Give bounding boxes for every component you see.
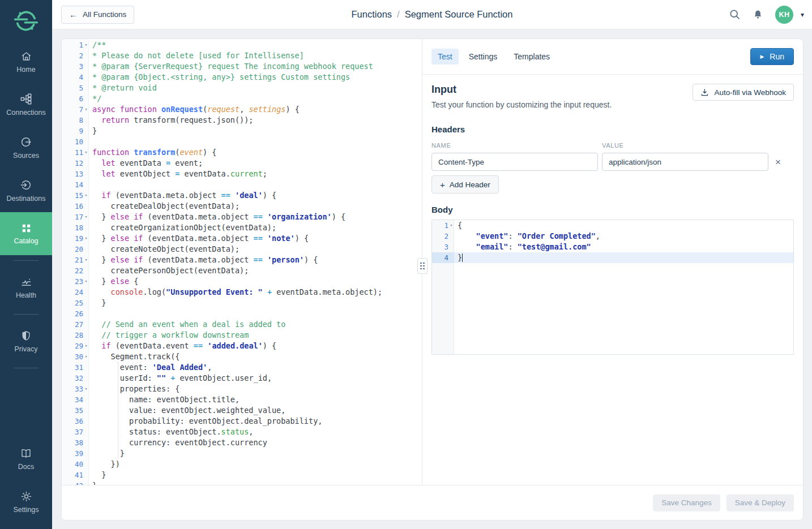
header-name-input[interactable] xyxy=(431,153,598,171)
sidebar-item-label: Docs xyxy=(18,463,34,471)
pane-resize-handle[interactable] xyxy=(417,258,428,274)
input-section-title: Input xyxy=(431,84,612,96)
fold-caret-icon[interactable]: ▾ xyxy=(83,384,89,394)
fold-caret-icon[interactable]: ▾ xyxy=(83,104,89,115)
line-number: 15▾ xyxy=(62,190,89,201)
line-number: 6 xyxy=(62,93,89,104)
code-line: 9} xyxy=(62,126,422,136)
code-text: * @param {Object.<string, any>} settings… xyxy=(89,72,422,83)
line-number: 3 xyxy=(62,61,89,72)
fold-caret-icon[interactable]: ▾ xyxy=(83,276,89,287)
bell-icon[interactable] xyxy=(753,9,763,20)
code-text: * @return void xyxy=(89,83,422,93)
line-number: 9 xyxy=(62,126,89,136)
tab-settings[interactable]: Settings xyxy=(463,49,504,64)
code-text: console.log("Unsupported Event: " + even… xyxy=(89,287,422,298)
tab-test[interactable]: Test xyxy=(431,49,459,64)
code-editor[interactable]: 1▾/**2* Please do not delete [used for I… xyxy=(62,39,422,485)
line-number: 31 xyxy=(62,362,89,373)
home-icon xyxy=(20,50,32,62)
back-label: All Functions xyxy=(83,10,126,19)
code-line: 26 xyxy=(62,308,422,319)
headers-section-title: Headers xyxy=(431,124,794,134)
sidebar-item-label: Sources xyxy=(13,152,39,160)
code-line: 4* @param {Object.<string, any>} setting… xyxy=(62,72,422,83)
code-line: 40 }) xyxy=(62,459,422,470)
save-deploy-button[interactable]: Save & Deploy xyxy=(726,494,794,511)
add-header-button[interactable]: + Add Header xyxy=(431,175,499,193)
code-line: 29▾ if (eventData.event == 'added.deal')… xyxy=(62,341,422,351)
fold-caret-icon[interactable]: ▾ xyxy=(83,351,89,362)
fold-caret-icon[interactable]: ▾ xyxy=(83,40,89,50)
remove-header-icon[interactable]: × xyxy=(775,157,781,167)
input-section-subtitle: Test your function by customizing the in… xyxy=(431,100,612,109)
line-number: 4 xyxy=(62,72,89,83)
test-tab-content: Input Test your function by customizing … xyxy=(422,75,803,485)
line-number: 27 xyxy=(62,319,89,330)
all-functions-button[interactable]: ← All Functions xyxy=(61,6,134,24)
line-number: 1▾ xyxy=(62,40,89,50)
code-line: 3 "email": "test@gmail.com" xyxy=(432,242,793,252)
top-bar-actions: KH ▾ xyxy=(729,6,804,24)
caret-down-icon[interactable]: ▾ xyxy=(801,11,804,19)
sidebar-item-label: Destinations xyxy=(7,195,46,203)
avatar[interactable]: KH xyxy=(775,6,793,24)
code-text: userId: "" + eventObject.user_id, xyxy=(89,373,422,384)
line-number: 20 xyxy=(62,244,89,255)
fold-caret-icon[interactable]: ▾ xyxy=(83,341,89,351)
sidebar-item-settings[interactable]: Settings xyxy=(0,480,52,523)
fold-caret-icon[interactable]: ▾ xyxy=(83,233,89,244)
breadcrumb-parent[interactable]: Functions xyxy=(352,9,392,20)
sidebar-item-home[interactable]: Home xyxy=(0,40,52,83)
destinations-icon xyxy=(20,179,32,191)
line-number: 18 xyxy=(62,222,89,233)
code-line: 32 userId: "" + eventObject.user_id, xyxy=(62,373,422,384)
sidebar-item-catalog[interactable]: Catalog xyxy=(0,212,52,255)
code-line: 35 value: eventObject.weighted_value, xyxy=(62,405,422,416)
body-editor[interactable]: 1▾{2 "event": "Order Completed",3 "email… xyxy=(431,220,794,355)
segment-logo-icon[interactable] xyxy=(0,0,52,40)
sidebar-spacer xyxy=(0,373,52,437)
sidebar-item-privacy[interactable]: Privacy xyxy=(0,320,52,363)
code-line: 2* Please do not delete [used for Intell… xyxy=(62,50,422,61)
search-icon[interactable] xyxy=(729,8,741,20)
line-number: 41 xyxy=(62,470,89,480)
code-line: 27 // Send an event when a deal is added… xyxy=(62,319,422,330)
code-line: 8 return transform(request.json()); xyxy=(62,115,422,126)
code-text: async function onRequest(request, settin… xyxy=(89,104,422,115)
sidebar-item-label: Settings xyxy=(13,506,39,514)
code-text: } else if (eventData.meta.object == 'not… xyxy=(89,233,422,244)
save-changes-button[interactable]: Save Changes xyxy=(653,494,720,511)
code-text xyxy=(89,179,422,190)
code-text: * Please do not delete [used for Intelli… xyxy=(89,50,422,61)
fold-caret-icon[interactable]: ▾ xyxy=(83,212,89,222)
fold-caret-icon[interactable]: ▾ xyxy=(83,147,89,158)
autofill-webhook-button[interactable]: Auto-fill via Webhook xyxy=(693,84,794,101)
line-number: 11▾ xyxy=(62,147,89,158)
tab-templates[interactable]: Templates xyxy=(507,49,556,64)
breadcrumb-current: Segment Source Function xyxy=(405,9,513,20)
fold-caret-icon[interactable]: ▾ xyxy=(83,190,89,201)
code-text: } xyxy=(454,252,793,263)
header-value-input[interactable] xyxy=(602,153,768,171)
sidebar-item-docs[interactable]: Docs xyxy=(0,437,52,480)
code-text: return transform(request.json()); xyxy=(89,115,422,126)
run-button[interactable]: ▶ Run xyxy=(750,48,794,65)
sidebar-item-health[interactable]: Health xyxy=(0,266,52,309)
fold-caret-icon[interactable]: ▾ xyxy=(448,220,454,231)
code-line: 2 "event": "Order Completed", xyxy=(432,231,793,242)
code-text: if (eventData.event == 'added.deal') { xyxy=(89,341,422,351)
connections-icon xyxy=(20,93,32,105)
code-text: createDealObject(eventData); xyxy=(89,201,422,212)
sidebar-item-destinations[interactable]: Destinations xyxy=(0,169,52,212)
sidebar-item-label: Privacy xyxy=(15,345,38,353)
sidebar-item-connections[interactable]: Connections xyxy=(0,83,52,126)
code-line: 18 createOrganizationObject(eventData); xyxy=(62,222,422,233)
line-number: 42 xyxy=(62,480,89,485)
line-number: 7▾ xyxy=(62,104,89,115)
code-text: name: eventObject.title, xyxy=(89,394,422,405)
docs-icon xyxy=(20,448,32,459)
code-line: 3* @param {ServerRequest} request The in… xyxy=(62,61,422,72)
sidebar-item-sources[interactable]: Sources xyxy=(0,126,52,169)
fold-caret-icon[interactable]: ▾ xyxy=(83,255,89,265)
